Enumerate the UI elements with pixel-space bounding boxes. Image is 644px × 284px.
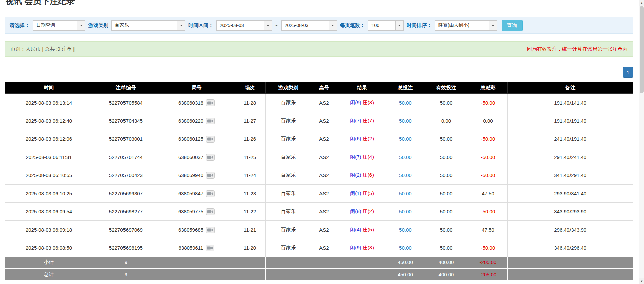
valid-bet: 50.00	[424, 94, 468, 112]
video-replay-button[interactable]	[206, 208, 215, 215]
page-size-arrow-button[interactable]	[395, 20, 404, 31]
date-from-value[interactable]: 2025-08-03	[216, 20, 264, 31]
round-id: 638060220	[159, 112, 234, 130]
remark: 296.40/343.90	[507, 221, 633, 239]
game-type-dropdown[interactable]: 百家乐	[111, 20, 185, 31]
bet-record-row: 2025-08-03 06:09:18522705697069638059685…	[5, 221, 633, 239]
table-id: AS2	[311, 130, 337, 148]
round-number: 638059847	[178, 191, 203, 196]
currency-total-summary: 币别：人民币 | 总共 :9 注单 |	[10, 46, 75, 52]
sort-label: 时间排序：	[407, 22, 432, 29]
bet-id: 522705704345	[93, 112, 159, 130]
video-replay-button[interactable]	[206, 154, 215, 161]
game-type: 百家乐	[265, 94, 311, 112]
date-to-dropdown[interactable]: 2025-08-03	[281, 20, 337, 31]
sort-dropdown[interactable]: 降幂(由大到小)	[435, 20, 497, 31]
total-bet[interactable]: 50.00	[387, 112, 424, 130]
bet-time: 2025-08-03 06:11:31	[5, 148, 93, 166]
round-number: 638059611	[178, 245, 203, 251]
total-bet[interactable]: 50.00	[387, 148, 424, 166]
video-camera-icon	[206, 136, 215, 143]
date-to-value[interactable]: 2025-08-03	[281, 20, 329, 31]
total-empty-cell	[265, 269, 311, 280]
table-header: 时间注单编号局号场次游戏类别桌号结果总投注有效投注总派彩备注	[5, 82, 633, 94]
total-bet[interactable]: 50.00	[387, 221, 424, 239]
chevron-down-icon	[267, 25, 269, 26]
video-replay-button[interactable]	[206, 227, 215, 233]
table-id: AS2	[311, 112, 337, 130]
scroll-up-icon[interactable]: ▲	[639, 0, 644, 6]
video-replay-button[interactable]	[206, 172, 215, 179]
round-number: 638060125	[178, 136, 203, 142]
video-replay-button[interactable]	[206, 99, 215, 106]
banker-result: 庄(2)	[363, 136, 374, 141]
valid-bet: 50.00	[424, 166, 468, 185]
video-replay-button[interactable]	[206, 118, 215, 124]
query-type-value[interactable]: 日期查询	[33, 20, 77, 31]
total-label: 总计	[5, 269, 93, 280]
payout: -50.00	[468, 239, 507, 257]
chevron-down-icon	[180, 25, 183, 26]
video-camera-icon	[206, 172, 215, 179]
bet-time: 2025-08-03 06:10:25	[5, 185, 93, 203]
session: 11-25	[234, 148, 266, 166]
player-result: 闲(8)	[350, 208, 361, 214]
scrollbar-thumb[interactable]	[640, 6, 644, 93]
subtotal-empty-cell	[265, 257, 311, 269]
sort-value[interactable]: 降幂(由大到小)	[435, 20, 489, 31]
column-header: 备注	[507, 82, 633, 94]
remark: 346.40/296.40	[507, 239, 633, 257]
payout: 47.50	[468, 185, 507, 203]
column-header: 注单编号	[93, 82, 159, 94]
game-type-value[interactable]: 百家乐	[111, 20, 177, 31]
page-size-value[interactable]: 100	[368, 20, 396, 31]
table-id: AS2	[311, 185, 337, 203]
video-replay-button[interactable]	[206, 245, 214, 251]
vertical-scrollbar[interactable]: ▲ ▼	[639, 0, 644, 284]
payout: 47.50	[468, 221, 507, 239]
game-type-arrow-button[interactable]	[177, 20, 185, 31]
video-replay-button[interactable]	[206, 190, 215, 197]
total-remark	[507, 269, 633, 280]
scroll-down-icon[interactable]: ▼	[639, 278, 644, 284]
date-to-arrow-button[interactable]	[329, 20, 337, 31]
video-camera-icon	[206, 154, 215, 161]
banker-result: 庄(8)	[363, 99, 374, 105]
total-bet[interactable]: 50.00	[387, 185, 424, 203]
chevron-down-icon	[398, 25, 401, 26]
session: 11-26	[234, 130, 266, 148]
game-type-label: 游戏类别	[88, 22, 108, 29]
total-empty-cell	[234, 269, 266, 280]
round-number: 638059775	[178, 209, 203, 214]
video-replay-button[interactable]	[206, 136, 215, 143]
round-number: 638059940	[178, 172, 203, 178]
remark: 291.40/241.40	[507, 148, 633, 166]
game-type: 百家乐	[265, 112, 311, 130]
bet-time: 2025-08-03 06:08:50	[5, 239, 93, 257]
player-result: 闲(2)	[350, 172, 361, 178]
query-type-arrow-button[interactable]	[77, 20, 85, 31]
total-bet[interactable]: 50.00	[387, 203, 424, 221]
total-bet[interactable]: 50.00	[387, 166, 424, 185]
total-bet[interactable]: 50.00	[387, 94, 424, 112]
valid-bet: 50.00	[424, 148, 468, 166]
bet-record-row: 2025-08-03 06:08:50522705696195638059611…	[5, 239, 633, 257]
subtotal-count: 9	[93, 257, 159, 269]
subtotal-empty-cell	[234, 257, 266, 269]
date-from-arrow-button[interactable]	[264, 20, 272, 31]
video-camera-icon	[206, 190, 215, 197]
query-type-dropdown[interactable]: 日期查询	[33, 20, 85, 31]
subtotal-payout: -205.00	[468, 257, 507, 269]
result: 闲(7) 庄(4)	[337, 148, 387, 166]
page-size-dropdown[interactable]: 100	[368, 20, 404, 31]
search-button[interactable]: 查询	[502, 20, 523, 31]
page-1-button[interactable]: 1	[623, 67, 633, 78]
total-bet[interactable]: 50.00	[387, 239, 424, 257]
chevron-down-icon	[331, 25, 334, 26]
subtotal-row: 小计9450.00400.00-205.00	[5, 257, 633, 269]
total-bet[interactable]: 50.00	[387, 130, 424, 148]
table-header-row: 时间注单编号局号场次游戏类别桌号结果总投注有效投注总派彩备注	[5, 82, 633, 94]
banker-result: 庄(5)	[363, 227, 374, 232]
date-from-dropdown[interactable]: 2025-08-03	[216, 20, 272, 31]
sort-arrow-button[interactable]	[489, 20, 497, 31]
